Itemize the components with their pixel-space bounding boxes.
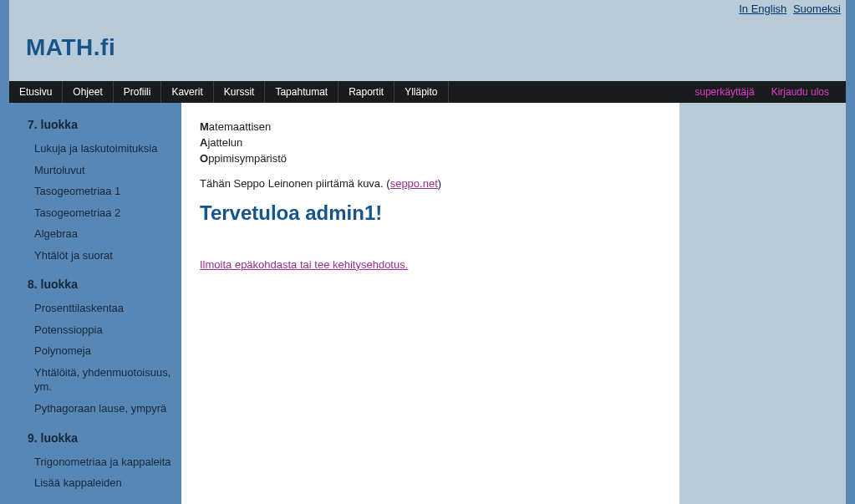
feedback-link[interactable]: Ilmoita epäkohdasta tai tee kehitysehdot… (200, 258, 408, 271)
nav-tapahtumat[interactable]: Tapahtumat (265, 81, 338, 103)
sidebar-item[interactable]: Lukuja ja laskutoimituksia (28, 138, 173, 160)
sidebar-item[interactable]: Prosenttilaskentaa (28, 298, 173, 319)
main-nav: Etusivu Ohjeet Profiili Kaverit Kurssit … (9, 81, 846, 103)
tagline: Matemaattisen Ajattelun Oppimisympäristö (200, 120, 661, 167)
sidebar: 7. luokka Lukuja ja laskutoimituksia Mur… (9, 103, 181, 504)
desc-post: ) (438, 177, 441, 190)
seppo-link[interactable]: seppo.net (390, 177, 438, 190)
sidebar-item[interactable]: Murtoluvut (28, 160, 173, 181)
nav-raportit[interactable]: Raportit (338, 81, 394, 103)
language-bar: In English Suomeksi (9, 0, 846, 18)
welcome-heading: Tervetuloa admin1! (200, 201, 661, 225)
right-column (679, 103, 846, 504)
sidebar-item[interactable]: Potenssioppia (28, 319, 173, 341)
nav-logout-link[interactable]: Kirjaudu ulos (771, 86, 829, 98)
sidebar-heading-9luokka: 9. luokka (28, 431, 173, 445)
description-text: Tähän Seppo Leinonen piirtämä kuva. (sep… (200, 177, 661, 190)
site-logo: MATH.fi (26, 34, 829, 61)
tagline-o: O (200, 152, 208, 165)
nav-kaverit[interactable]: Kaverit (161, 81, 213, 103)
desc-pre: Tähän Seppo Leinonen piirtämä kuva. ( (200, 177, 390, 190)
lang-english-link[interactable]: In English (739, 3, 786, 15)
sidebar-item[interactable]: Algebraa (28, 223, 173, 245)
tagline-line3: ppimisympäristö (208, 152, 287, 165)
sidebar-item[interactable]: Yhtälöt ja suorat (28, 245, 173, 267)
sidebar-item[interactable]: Pythagoraan lause, ympyrä (28, 398, 173, 420)
tagline-m: M (200, 120, 209, 133)
sidebar-item[interactable]: Tasogeometriaa 1 (28, 181, 173, 202)
nav-profiili[interactable]: Profiili (114, 81, 162, 103)
sidebar-heading-7luokka: 7. luokka (28, 118, 173, 131)
header: MATH.fi (9, 18, 846, 81)
tagline-a: A (200, 136, 207, 149)
feedback-line: Ilmoita epäkohdasta tai tee kehitysehdot… (200, 258, 661, 271)
nav-username: superkäyttäjä (695, 86, 754, 98)
sidebar-heading-8luokka: 8. luokka (28, 277, 173, 291)
lang-suomeksi-link[interactable]: Suomeksi (793, 3, 841, 15)
nav-ohjeet[interactable]: Ohjeet (63, 81, 113, 103)
sidebar-item[interactable]: Lisää kappaleiden (28, 472, 173, 494)
tagline-line2: jattelun (207, 136, 242, 149)
sidebar-item[interactable]: Tasogeometriaa 2 (28, 202, 173, 224)
sidebar-item[interactable]: Trigonometriaa ja kappaleita (28, 451, 173, 473)
nav-etusivu[interactable]: Etusivu (9, 81, 63, 103)
sidebar-item[interactable]: Yhtälöitä, yhdenmuotoisuus, ym. (28, 362, 173, 398)
tagline-line1: atemaattisen (209, 120, 271, 133)
main-content: Matemaattisen Ajattelun Oppimisympäristö… (181, 103, 679, 504)
sidebar-item[interactable]: Polynomeja (28, 340, 173, 362)
nav-yllapito[interactable]: Ylläpito (394, 81, 448, 103)
nav-kurssit[interactable]: Kurssit (214, 81, 266, 103)
